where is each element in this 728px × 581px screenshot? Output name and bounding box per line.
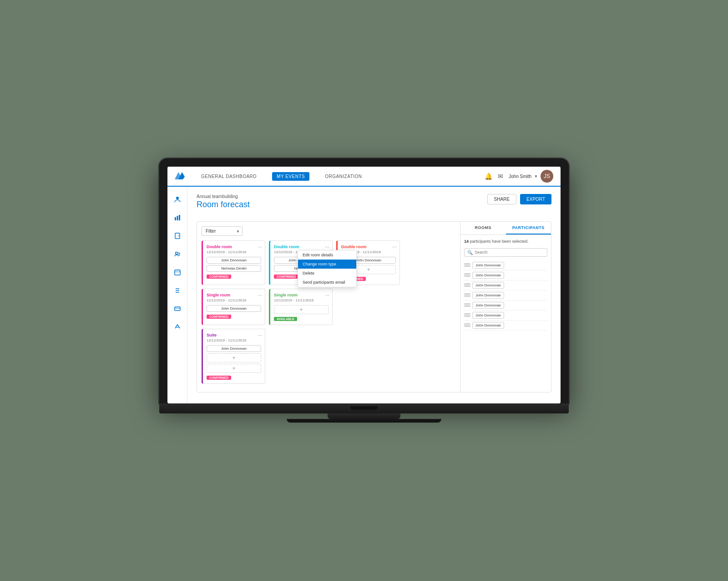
user-dropdown-icon: ▼ xyxy=(534,174,538,178)
search-bar: 🔍 xyxy=(464,248,547,257)
room-dates-6: 12/12/2019 - 11/11/2018 xyxy=(207,338,261,342)
participant-lines-3 xyxy=(464,283,470,287)
nav-right: 🔔 ✉ John Smith ▼ JS xyxy=(485,170,553,183)
tab-participants[interactable]: PARTICIPANTS xyxy=(506,222,551,234)
room-more-icon-2[interactable]: ··· xyxy=(325,244,329,250)
room-dates-5: 12/12/2019 - 11/11/2018 xyxy=(274,298,329,302)
sidebar-contacts-icon[interactable] xyxy=(170,247,185,261)
participant-item-1: John Donnovan xyxy=(464,260,547,270)
participant-name-3: John Donnovan xyxy=(472,282,504,289)
participant-lines-6 xyxy=(464,313,470,317)
sidebar-share-icon[interactable] xyxy=(170,320,185,334)
rooms-grid: Filter ▼ ··· xyxy=(197,222,460,392)
svg-rect-10 xyxy=(175,307,180,311)
rooms-row-2: ··· Single room 12/12/2019 - 11/11/2018 … xyxy=(202,289,455,325)
participant-lines-7 xyxy=(464,323,470,327)
participants-number: 14 xyxy=(464,239,469,244)
participant-tag-6: John Donnovan xyxy=(207,305,261,312)
room-card-5: ··· Single room 12/12/2019 - 11/11/2018 … xyxy=(269,289,333,325)
participant-lines-4 xyxy=(464,293,470,297)
add-participant-btn-3[interactable]: + xyxy=(207,353,261,362)
participant-name-1: John Donnovan xyxy=(472,262,504,269)
room-more-icon-3[interactable]: ··· xyxy=(392,244,397,250)
sidebar-card-icon[interactable] xyxy=(170,301,185,316)
filter-select[interactable]: Filter xyxy=(202,226,243,236)
participant-item-7: John Donnovan xyxy=(464,321,547,331)
page-title: Room forecast xyxy=(197,200,250,209)
svg-point-8 xyxy=(175,252,177,255)
search-input[interactable] xyxy=(475,250,544,255)
room-type-3: Double room xyxy=(341,245,396,249)
panel-tabs: ROOMS PARTICIPANTS xyxy=(460,222,551,235)
participant-tag-1: John Donnovan xyxy=(207,257,261,264)
room-more-icon-4[interactable]: ··· xyxy=(258,292,262,298)
sidebar xyxy=(167,187,187,403)
export-button[interactable]: EXPORT xyxy=(520,194,551,204)
room-card-2: ··· Double room 12/12/2019 - 11/11/2018 … xyxy=(269,240,333,285)
status-badge-5: AVAILABLE xyxy=(274,317,297,321)
rooms-row-1: ··· Double room 12/12/2019 - 11/11/2018 … xyxy=(202,240,455,285)
room-type-5: Single room xyxy=(274,293,329,297)
room-type-4: Single room xyxy=(207,293,261,297)
participant-lines-1 xyxy=(464,263,470,267)
room-type-1: Double room xyxy=(207,245,261,249)
share-button[interactable]: SHARE xyxy=(487,194,516,204)
context-edit[interactable]: Edit room details xyxy=(298,250,356,260)
participant-item-5: John Donnovan xyxy=(464,301,547,311)
participant-name-2: John Donnovan xyxy=(472,272,504,279)
context-delete[interactable]: Delete xyxy=(298,269,356,278)
svg-rect-4 xyxy=(177,216,178,220)
panel-content: 14 participants have been selected. 🔍 xyxy=(460,235,551,392)
nav-general-dashboard[interactable]: GENERAL DASHBOARD xyxy=(197,172,261,181)
context-menu: Edit room details Change room type Delet… xyxy=(298,250,357,287)
sidebar-calendar-icon[interactable] xyxy=(170,265,185,280)
room-more-icon-1[interactable]: ··· xyxy=(258,244,262,250)
svg-point-7 xyxy=(178,235,179,236)
participant-item-4: John Donnovan xyxy=(464,290,547,301)
top-nav: GENERAL DASHBOARD MY EVENTS ORGANIZATION… xyxy=(167,167,561,187)
logo xyxy=(175,170,197,182)
participant-name-4: John Donnovan xyxy=(472,292,504,299)
status-badge-2: CONFIRMED xyxy=(274,275,298,279)
participant-tag-7: John Donnovan xyxy=(207,345,261,352)
participant-tag-2: Nicholas Dimitri xyxy=(207,265,261,272)
participant-name-7: John Donnovan xyxy=(472,322,504,329)
room-more-icon-5[interactable]: ··· xyxy=(325,292,329,298)
nav-organization[interactable]: ORGANIZATION xyxy=(320,172,366,181)
room-dates-4: 12/12/2019 - 11/11/2018 xyxy=(207,298,261,302)
status-badge-4: CONFIRMED xyxy=(207,315,231,319)
tab-rooms[interactable]: ROOMS xyxy=(460,222,506,234)
add-participant-btn-2[interactable]: + xyxy=(274,305,329,314)
add-participant-btn-4[interactable]: + xyxy=(207,364,261,373)
participant-item-2: John Donnovan xyxy=(464,270,547,280)
participants-count-text: 14 participants have been selected. xyxy=(464,239,547,245)
room-dates-1: 12/12/2019 - 11/11/2018 xyxy=(207,250,261,254)
nav-links: GENERAL DASHBOARD MY EVENTS ORGANIZATION xyxy=(197,172,485,181)
participant-name-5: John Donnovan xyxy=(472,302,504,309)
participant-lines-5 xyxy=(464,303,470,307)
action-buttons: SHARE EXPORT xyxy=(487,194,551,204)
sidebar-chart-icon[interactable] xyxy=(170,210,185,225)
search-icon: 🔍 xyxy=(467,250,473,255)
context-change-type[interactable]: Change room type xyxy=(298,260,356,269)
page-subtitle: Annual teambuilding xyxy=(197,194,250,199)
messages-icon[interactable]: ✉ xyxy=(498,173,503,180)
status-badge-6: CONFIRMED xyxy=(207,376,231,380)
room-more-icon-6[interactable]: ··· xyxy=(258,332,262,338)
nav-my-events[interactable]: MY EVENTS xyxy=(272,172,309,181)
filter-bar: Filter ▼ xyxy=(202,226,455,236)
user-menu[interactable]: John Smith ▼ JS xyxy=(509,170,553,183)
participant-lines-2 xyxy=(464,273,470,277)
participants-text: participants have been selected. xyxy=(470,239,529,244)
notifications-icon[interactable]: 🔔 xyxy=(485,173,492,180)
svg-rect-6 xyxy=(175,233,180,239)
sidebar-door-icon[interactable] xyxy=(170,229,185,243)
main-content: Annual teambuilding Room forecast SHARE … xyxy=(187,187,561,403)
participant-item-3: John Donnovan xyxy=(464,280,547,290)
sidebar-person-icon[interactable] xyxy=(170,192,185,207)
svg-rect-3 xyxy=(175,217,176,220)
user-name: John Smith xyxy=(509,174,531,179)
sidebar-list-icon[interactable] xyxy=(170,283,185,298)
room-card-4: ··· Single room 12/12/2019 - 11/11/2018 … xyxy=(202,289,265,325)
context-send-email[interactable]: Send participants email xyxy=(298,278,356,287)
